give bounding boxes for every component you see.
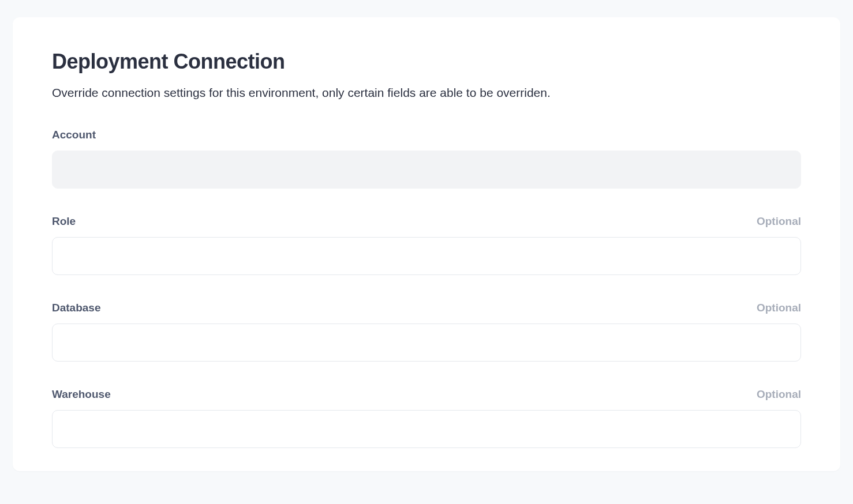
section-description: Override connection settings for this en… (52, 84, 801, 101)
label-row-warehouse: Warehouse Optional (52, 388, 801, 401)
label-row-role: Role Optional (52, 215, 801, 228)
label-row-database: Database Optional (52, 302, 801, 314)
form-group-role: Role Optional (52, 215, 801, 275)
warehouse-optional-tag: Optional (757, 388, 801, 401)
warehouse-label: Warehouse (52, 388, 111, 401)
warehouse-input[interactable] (52, 410, 801, 448)
account-label: Account (52, 129, 96, 141)
form-group-warehouse: Warehouse Optional (52, 388, 801, 448)
form-group-account: Account (52, 129, 801, 189)
deployment-connection-card: Deployment Connection Override connectio… (13, 17, 840, 471)
label-row-account: Account (52, 129, 801, 141)
role-label: Role (52, 215, 76, 228)
role-optional-tag: Optional (757, 215, 801, 228)
role-input[interactable] (52, 237, 801, 275)
database-label: Database (52, 302, 101, 314)
section-title: Deployment Connection (52, 50, 801, 74)
database-input[interactable] (52, 324, 801, 362)
database-optional-tag: Optional (757, 302, 801, 314)
account-input (52, 151, 801, 189)
form-group-database: Database Optional (52, 302, 801, 362)
